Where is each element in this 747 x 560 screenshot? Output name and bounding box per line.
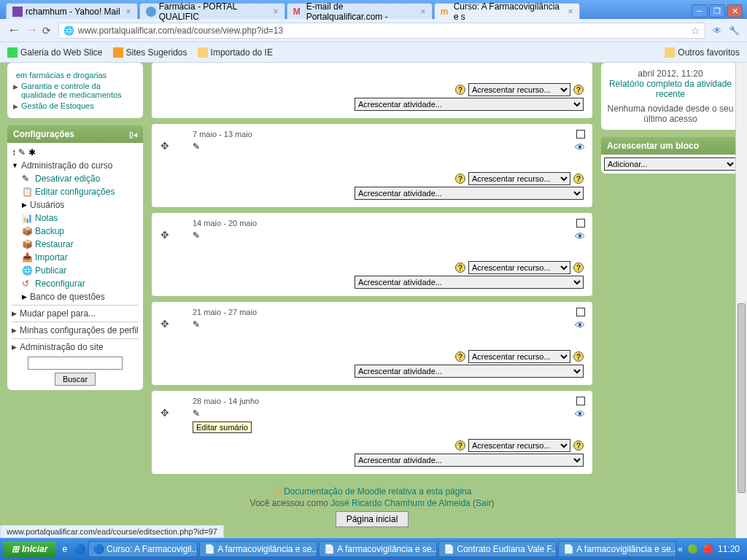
bookmark-item[interactable]: Importado do IE: [198, 47, 273, 58]
add-block-select[interactable]: Adicionar...: [604, 158, 737, 171]
help-icon[interactable]: ?: [455, 174, 465, 184]
help-icon[interactable]: ?: [455, 85, 465, 95]
search-input[interactable]: [28, 357, 123, 370]
question-bank-link[interactable]: Banco de questões: [30, 292, 105, 302]
nav-link[interactable]: Gestão de Estoques: [21, 101, 94, 110]
visibility-icon[interactable]: 👁: [575, 408, 585, 420]
add-resource-select[interactable]: Acrescentar recurso...: [468, 261, 570, 274]
import-link[interactable]: Importar: [35, 252, 68, 262]
chevron-right-icon[interactable]: ▶: [12, 310, 17, 317]
gmail-icon: M: [293, 7, 303, 17]
highlight-checkbox[interactable]: [576, 308, 585, 316]
help-icon[interactable]: ?: [573, 351, 584, 362]
chevron-right-icon[interactable]: ▶: [12, 327, 17, 334]
close-icon[interactable]: ×: [126, 7, 131, 17]
move-icon[interactable]: ✥: [160, 140, 169, 152]
help-icon[interactable]: ?: [455, 262, 465, 273]
browser-tab[interactable]: rchamhum - Yahoo! Mail ×: [6, 3, 138, 19]
bookmark-item[interactable]: Galeria do Web Slice: [7, 47, 103, 58]
backup-link[interactable]: Backup: [35, 226, 64, 236]
maximize-button[interactable]: ❐: [709, 4, 725, 18]
profile-settings-link[interactable]: Minhas configurações de perfil: [20, 325, 139, 335]
search-button[interactable]: Buscar: [55, 373, 96, 386]
chevron-right-icon[interactable]: ▶: [22, 293, 27, 300]
help-icon[interactable]: ?: [573, 174, 584, 184]
move-icon[interactable]: ✥: [160, 407, 169, 419]
bookmark-item[interactable]: Sites Sugeridos: [113, 47, 187, 58]
edit-summary-icon[interactable]: ✎: [193, 230, 200, 241]
help-icon[interactable]: ?: [455, 351, 465, 362]
toolbar-icons[interactable]: ↕ ✎ ✱: [12, 147, 36, 158]
reload-button[interactable]: ⟳: [42, 25, 51, 36]
add-resource-select[interactable]: Acrescentar recurso...: [468, 350, 570, 363]
bookmark-star-icon[interactable]: ☆: [691, 25, 700, 36]
move-icon[interactable]: ✥: [160, 229, 169, 241]
chevron-right-icon[interactable]: ▶: [12, 343, 17, 351]
wrench-icon[interactable]: 🔧: [729, 26, 740, 36]
restore-link[interactable]: Restaurar: [35, 239, 74, 249]
help-icon[interactable]: ?: [573, 440, 584, 451]
move-icon[interactable]: ✥: [160, 318, 169, 330]
globe-icon: 🌐: [63, 26, 74, 36]
close-icon[interactable]: ×: [421, 7, 426, 17]
backup-icon: 📦: [22, 226, 32, 236]
nav-link[interactable]: Garantia e controle da qualidade de medi…: [21, 82, 137, 99]
highlight-checkbox[interactable]: [576, 219, 585, 228]
switch-role-link[interactable]: Mudar papel para...: [20, 308, 96, 319]
config-block: Configurações ▯◂ ↕ ✎ ✱ ▼Administração do…: [7, 125, 143, 390]
chevron-down-icon[interactable]: ▼: [12, 162, 18, 169]
back-button[interactable]: ←: [7, 23, 20, 38]
help-icon[interactable]: ?: [573, 262, 584, 273]
block-control-icons[interactable]: ▯◂: [129, 131, 137, 139]
forward-button[interactable]: →: [25, 23, 38, 38]
edit-summary-icon[interactable]: ✎: [193, 319, 200, 330]
minimize-button[interactable]: ─: [692, 4, 708, 18]
edit-summary-icon[interactable]: ✎: [193, 141, 200, 152]
users-link[interactable]: Usuários: [30, 200, 64, 210]
full-report-link[interactable]: Relatório completo da atividade recente: [609, 79, 732, 99]
other-bookmarks[interactable]: Outros favoritos: [665, 47, 740, 58]
browser-tab[interactable]: M E-mail de Portalqualificar.com - ×: [287, 3, 433, 19]
add-block-panel: Acrescentar um bloco Adicionar...: [601, 137, 740, 174]
grades-link[interactable]: Notas: [35, 213, 58, 223]
add-resource-select[interactable]: Acrescentar recurso...: [468, 439, 570, 452]
chevron-right-icon[interactable]: ▶: [22, 201, 27, 209]
help-icon[interactable]: ?: [455, 440, 465, 451]
moodle-docs-link[interactable]: Documentação de Moodle relativa a esta p…: [284, 486, 472, 497]
browser-titlebar: rchamhum - Yahoo! Mail × Farmácia - PORT…: [0, 0, 747, 19]
close-button[interactable]: ✕: [727, 4, 743, 18]
edit-settings-link[interactable]: Editar configurações: [35, 187, 115, 197]
publish-link[interactable]: Publicar: [35, 265, 66, 276]
add-activity-select[interactable]: Acrescentar atividade...: [355, 276, 584, 289]
browser-tab[interactable]: Farmácia - PORTAL QUALIFIC ×: [139, 3, 285, 19]
help-icon[interactable]: ?: [573, 85, 584, 95]
site-admin-link[interactable]: Administração do site: [20, 342, 104, 352]
scrollbar-thumb[interactable]: [738, 303, 746, 493]
scrollbar[interactable]: [735, 63, 747, 529]
reset-link[interactable]: Reconfigurar: [35, 279, 85, 289]
section-date: 21 maio - 27 maio: [193, 308, 584, 316]
highlight-checkbox[interactable]: [576, 130, 585, 139]
visibility-icon[interactable]: 👁: [575, 319, 585, 331]
add-activity-select[interactable]: Acrescentar atividade...: [355, 365, 584, 378]
add-activity-select[interactable]: Acrescentar atividade...: [355, 187, 584, 200]
address-bar[interactable]: 🌐 www.portalqualificar.com/ead/course/vi…: [58, 23, 705, 39]
edit-summary-icon[interactable]: ✎: [193, 408, 200, 419]
user-link[interactable]: José Ricardo Chamhum de Almeida: [330, 498, 470, 508]
close-icon[interactable]: ×: [568, 7, 573, 17]
logout-link[interactable]: Sair: [476, 498, 491, 508]
close-icon[interactable]: ×: [274, 7, 279, 17]
suggested-icon: [113, 47, 123, 58]
add-resource-select[interactable]: Acrescentar recurso...: [468, 172, 570, 185]
disable-edit-link[interactable]: Desativar edição: [35, 174, 100, 184]
browser-tab-active[interactable]: m Curso: A Farmacovigilância e s ×: [434, 3, 580, 19]
visibility-icon[interactable]: 👁: [575, 230, 585, 242]
nav-link[interactable]: em farmácias e drogarias: [16, 71, 107, 79]
add-activity-select[interactable]: Acrescentar atividade...: [355, 454, 584, 467]
home-button[interactable]: Página inicial: [336, 511, 409, 527]
add-activity-select[interactable]: Acrescentar atividade...: [355, 98, 584, 111]
highlight-checkbox[interactable]: [576, 397, 585, 405]
visibility-icon[interactable]: 👁: [575, 141, 585, 153]
eye-icon[interactable]: 👁: [713, 26, 721, 36]
add-resource-select[interactable]: Acrescentar recurso...: [468, 83, 570, 96]
